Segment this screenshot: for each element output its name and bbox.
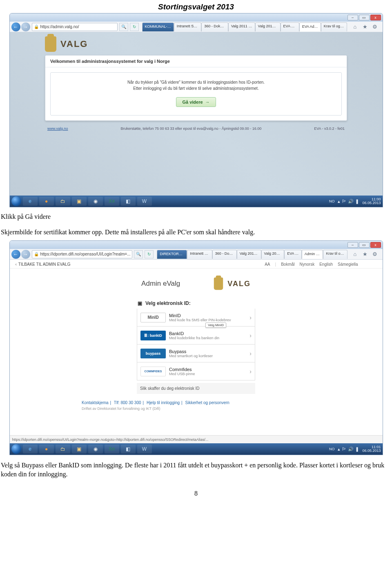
flag-icon: 🏳 (342, 447, 346, 451)
nav-forward-button[interactable]: → (21, 250, 30, 259)
taskbar-app-icon[interactable]: ◧ (121, 445, 136, 454)
tab[interactable]: KOMMUNAL- OG...× (142, 22, 174, 31)
refresh-button[interactable]: ↻ (145, 250, 154, 258)
lang-option[interactable]: English (319, 262, 333, 267)
window-minimize-button[interactable]: – (347, 242, 358, 248)
search-button[interactable]: 🔍 (119, 23, 128, 31)
link-sikkerhet[interactable]: Sikkerhet og personvern (185, 400, 229, 405)
taskbar-ie-icon[interactable]: e (23, 197, 38, 206)
home-icon[interactable]: ⌂ (352, 23, 359, 31)
valg-footer: www.valg.no Brukerstøtte, telefon 75 00 … (45, 125, 347, 132)
eid-help-link[interactable]: Slik skaffer du deg elektronisk ID (137, 383, 255, 394)
info-line: Når du trykker på "Gå videre" kommer du … (59, 79, 333, 85)
window-minimize-button[interactable]: – (347, 15, 358, 20)
system-tray[interactable]: ▴🏳🔊❚ (338, 199, 359, 204)
document-title: Stortingsvalget 2013 (0, 0, 392, 13)
taskbar-word-icon[interactable]: W (137, 197, 152, 206)
tab[interactable]: Krav til og beha... (321, 22, 347, 31)
favorites-icon[interactable]: ★ (361, 251, 369, 258)
tab[interactable]: 360 - Dokument... (212, 250, 237, 259)
tab[interactable]: Valg 2011 - San... (237, 250, 261, 259)
taskbar-firefox-icon[interactable]: ● (39, 445, 54, 454)
browser-toolbar: ← → 🔒 https://admin.valg.no/ 🔍 ↻ KOMMUNA… (10, 22, 383, 32)
window-titlebar: – ▭ x (10, 241, 383, 249)
address-bar[interactable]: 🔒 https://idporten.difi.no/opensso/UI/Lo… (32, 250, 133, 258)
window-close-button[interactable]: x (370, 242, 381, 248)
tab-active-page[interactable]: EVA Admin× (299, 22, 321, 31)
eid-selection-panel: ▣ Velg elektronisk ID: MinID MinIDMed ko… (137, 298, 255, 394)
back-to-admin-link[interactable]: TILBAKE TIL ADMIN EVALG (18, 262, 71, 267)
taskbar-lang-indicator[interactable]: NO (329, 199, 335, 203)
lang-option[interactable]: Nynorsk (300, 262, 315, 267)
taskbar-lang-indicator[interactable]: NO (329, 447, 335, 451)
lang-option[interactable]: Sámegiella (338, 262, 358, 267)
taskbar-clock[interactable]: 11:0006.05.2013 (362, 198, 381, 205)
address-bar[interactable]: 🔒 https://admin.valg.no/ (32, 23, 118, 31)
search-button[interactable]: 🔍 (134, 250, 143, 258)
tab[interactable]: EVA Admin (281, 22, 299, 31)
taskbar-explorer-icon[interactable]: 🗀 (56, 445, 70, 454)
nav-back-button[interactable]: ← (11, 22, 20, 31)
start-orb-icon[interactable] (11, 444, 21, 454)
tab-active-page[interactable]: Admin eValg× (302, 250, 323, 259)
taskbar-app-icon[interactable]: ◧ (121, 197, 136, 206)
valg-logo-text: VALG (60, 39, 88, 49)
start-orb-icon[interactable] (11, 196, 21, 206)
eid-option-buypass[interactable]: buypass BuypassMed smartkort og kortlese… (137, 345, 255, 362)
taskbar-word-icon[interactable]: W (137, 445, 152, 454)
eid-option-bankid[interactable]: Velg MinID ≣: bankID BankIDMed kodebrikk… (137, 327, 255, 345)
link-hjelp[interactable]: Hjelp til innlogging (147, 400, 180, 405)
crest-icon (214, 278, 223, 290)
chevron-right-icon: › (249, 332, 252, 339)
caption-text: Klikk på Gå videre (0, 207, 392, 222)
lock-icon: 🔒 (34, 252, 39, 256)
welcome-panel-heading: Velkommen til administrasjonssystemet fo… (45, 56, 347, 67)
window-maximize-button[interactable]: ▭ (359, 242, 370, 248)
taskbar-ie-icon[interactable]: e (23, 445, 38, 454)
taskbar-explorer-icon[interactable]: 🗀 (56, 197, 70, 206)
chevron-left-icon: ‹ (16, 262, 17, 267)
taskbar-firefox-icon[interactable]: ● (39, 197, 54, 206)
tab[interactable]: EVA Admin (284, 250, 302, 259)
footer-version-text: EVA - v3.0.2 - fe01 (314, 127, 345, 131)
tab[interactable]: Valg 2013 - Ko... (255, 22, 281, 31)
text-size-toggle[interactable]: AA (265, 262, 270, 267)
refresh-button[interactable]: ↻ (130, 23, 139, 31)
go-videre-button[interactable]: Gå videre → (176, 97, 216, 107)
footer-link-valgno[interactable]: www.valg.no (47, 127, 68, 131)
taskbar-excel-icon[interactable]: X≡ (105, 197, 119, 206)
tab[interactable]: Krav til og beha... (323, 250, 347, 259)
window-maximize-button[interactable]: ▭ (359, 15, 370, 20)
nav-forward-button[interactable]: → (21, 22, 30, 31)
eid-option-minid[interactable]: MinID MinIDMed kode fra SMS eller PIN-ko… (137, 309, 255, 327)
taskbar-clock[interactable]: 11:0106.05.2013 (362, 445, 381, 453)
taskbar-excel-icon[interactable]: X≡ (105, 445, 119, 454)
tab[interactable]: 360 - Dokument... (201, 22, 228, 31)
taskbar-chrome-icon[interactable]: ◉ (88, 445, 103, 454)
window-close-button[interactable]: x (370, 15, 381, 20)
nav-back-button[interactable]: ← (11, 250, 20, 259)
lang-option[interactable]: Bokmål (281, 262, 294, 267)
taskbar-media-icon[interactable]: ▣ (72, 197, 87, 206)
tools-gear-icon[interactable]: ⚙ (371, 23, 379, 31)
eid-panel-heading: ▣ Velg elektronisk ID: (137, 298, 255, 309)
taskbar-media-icon[interactable]: ▣ (72, 445, 87, 454)
tab[interactable]: Valg 2013 - Ko... (261, 250, 285, 259)
tab[interactable]: DIREKTORATET F...× (157, 250, 187, 259)
info-line: Etter innlogging vil du bli ført videre … (59, 85, 333, 91)
link-kontaktskjema[interactable]: Kontaktskjema (82, 400, 109, 405)
chevron-right-icon: › (249, 350, 252, 357)
browser-toolbar: ← → 🔒 https://idporten.difi.no/opensso/U… (10, 249, 383, 260)
id-card-icon: ▣ (138, 300, 142, 306)
tab[interactable]: Intranett Sandne... (187, 250, 212, 259)
tab[interactable]: Valg 2011 - San... (228, 22, 255, 31)
app-title: Admin eValg (141, 280, 180, 288)
tools-gear-icon[interactable]: ⚙ (371, 251, 379, 258)
system-tray[interactable]: ▴🏳🔊❚ (338, 447, 359, 452)
favorites-icon[interactable]: ★ (361, 23, 369, 31)
tab[interactable]: Intranett Sandne... (174, 22, 202, 31)
eid-option-commfides[interactable]: COMMFIDES CommfidesMed USB-pinne › (137, 362, 255, 380)
home-icon[interactable]: ⌂ (352, 251, 359, 258)
taskbar-chrome-icon[interactable]: ◉ (88, 197, 103, 206)
window-titlebar: – ▭ x (10, 13, 383, 22)
